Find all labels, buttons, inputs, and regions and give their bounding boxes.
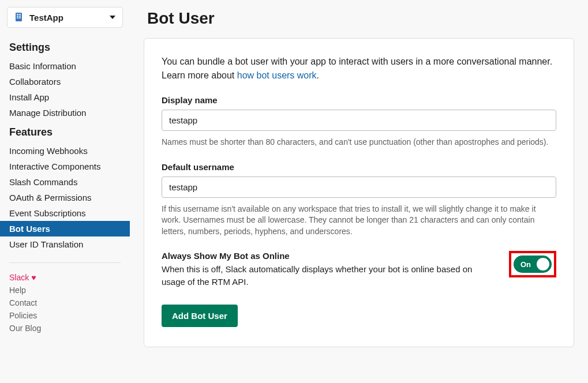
footer-link-label: Our Blog bbox=[9, 324, 41, 333]
sidebar-item-bot-users[interactable]: Bot Users bbox=[0, 221, 130, 236]
svg-rect-1 bbox=[17, 14, 18, 15]
sidebar-divider bbox=[9, 262, 121, 263]
svg-rect-4 bbox=[19, 16, 21, 17]
toggle-label: On bbox=[514, 260, 531, 269]
sidebar-item-label: Manage Distribution bbox=[9, 108, 86, 118]
sidebar-section: Features Incoming Webhooks Interactive C… bbox=[0, 121, 130, 252]
always-online-desc: When this is off, Slack automatically di… bbox=[162, 263, 492, 288]
sidebar-item-label: Interactive Components bbox=[9, 162, 100, 171]
svg-rect-2 bbox=[19, 14, 21, 15]
sidebar: TestApp Settings Basic Information Colla… bbox=[0, 0, 130, 383]
toggle-knob bbox=[537, 258, 549, 271]
footer-link-label: Policies bbox=[9, 311, 37, 320]
display-name-field: Display name Names must be shorter than … bbox=[162, 95, 556, 148]
link-how-bot-users-work[interactable]: how bot users work bbox=[237, 70, 317, 80]
page-title: Bot User bbox=[144, 9, 574, 28]
sidebar-item-slash-commands[interactable]: Slash Commands bbox=[0, 174, 130, 190]
footer-link-slack[interactable]: Slack ♥ bbox=[0, 271, 130, 284]
footer-link-contact[interactable]: Contact bbox=[0, 296, 130, 309]
svg-rect-0 bbox=[16, 13, 22, 21]
sidebar-item-install-app[interactable]: Install App bbox=[0, 89, 130, 105]
svg-rect-3 bbox=[17, 16, 18, 17]
sidebar-item-label: User ID Translation bbox=[9, 239, 83, 249]
caret-down-icon bbox=[110, 16, 115, 19]
default-username-input[interactable] bbox=[162, 177, 556, 198]
sidebar-item-basic-information[interactable]: Basic Information bbox=[0, 58, 130, 74]
always-online-title: Always Show My Bot as Online bbox=[162, 251, 492, 261]
app-selector[interactable]: TestApp bbox=[7, 7, 123, 28]
highlight-box: On bbox=[509, 251, 556, 277]
sidebar-item-label: Bot Users bbox=[9, 224, 50, 234]
app-selector-name: TestApp bbox=[29, 13, 63, 22]
default-username-label: Default username bbox=[162, 162, 556, 172]
sidebar-item-event-subscriptions[interactable]: Event Subscriptions bbox=[0, 205, 130, 221]
intro-text: You can bundle a bot user with your app … bbox=[162, 55, 556, 82]
bot-user-card: You can bundle a bot user with your app … bbox=[144, 38, 574, 347]
footer-link-policies[interactable]: Policies bbox=[0, 309, 130, 322]
sidebar-item-label: Event Subscriptions bbox=[9, 208, 86, 218]
always-online-row: Always Show My Bot as Online When this i… bbox=[162, 251, 556, 288]
sidebar-item-user-id-translation[interactable]: User ID Translation bbox=[0, 236, 130, 252]
sidebar-item-interactive-components[interactable]: Interactive Components bbox=[0, 159, 130, 174]
sidebar-item-label: Basic Information bbox=[9, 61, 76, 71]
display-name-input[interactable] bbox=[162, 110, 556, 131]
display-name-label: Display name bbox=[162, 95, 556, 105]
footer-link-help[interactable]: Help bbox=[0, 284, 130, 296]
sidebar-item-incoming-webhooks[interactable]: Incoming Webhooks bbox=[0, 143, 130, 159]
footer-link-label: Help bbox=[9, 286, 26, 295]
main-content: Bot User You can bundle a bot user with … bbox=[130, 0, 588, 383]
svg-rect-6 bbox=[19, 17, 21, 18]
add-bot-user-button[interactable]: Add Bot User bbox=[162, 305, 238, 327]
default-username-helper: If this username isn't available on any … bbox=[162, 204, 556, 238]
sidebar-item-manage-distribution[interactable]: Manage Distribution bbox=[0, 105, 130, 121]
sidebar-section: Settings Basic Information Collaborators… bbox=[0, 36, 130, 121]
app-icon bbox=[14, 12, 25, 22]
footer-link-label: Contact bbox=[9, 298, 37, 307]
default-username-field: Default username If this username isn't … bbox=[162, 162, 556, 238]
sidebar-item-label: Slash Commands bbox=[9, 177, 77, 187]
heart-icon: ♥ bbox=[31, 273, 36, 282]
always-online-toggle[interactable]: On bbox=[514, 256, 552, 273]
footer-link-our-blog[interactable]: Our Blog bbox=[0, 322, 130, 335]
sidebar-item-label: Incoming Webhooks bbox=[9, 146, 88, 156]
sidebar-item-label: Install App bbox=[9, 92, 49, 102]
sidebar-item-label: OAuth & Permissions bbox=[9, 193, 92, 202]
sidebar-header-features: Features bbox=[0, 121, 130, 143]
sidebar-item-oauth-permissions[interactable]: OAuth & Permissions bbox=[0, 190, 130, 205]
sidebar-header-settings: Settings bbox=[0, 36, 130, 58]
display-name-helper: Names must be shorter than 80 characters… bbox=[162, 137, 556, 148]
footer-link-label: Slack bbox=[9, 273, 29, 282]
svg-rect-5 bbox=[17, 17, 18, 18]
sidebar-item-collaborators[interactable]: Collaborators bbox=[0, 74, 130, 89]
intro-after: . bbox=[317, 70, 319, 80]
intro-before: You can bundle a bot user with your app … bbox=[162, 57, 552, 80]
sidebar-item-label: Collaborators bbox=[9, 77, 61, 87]
